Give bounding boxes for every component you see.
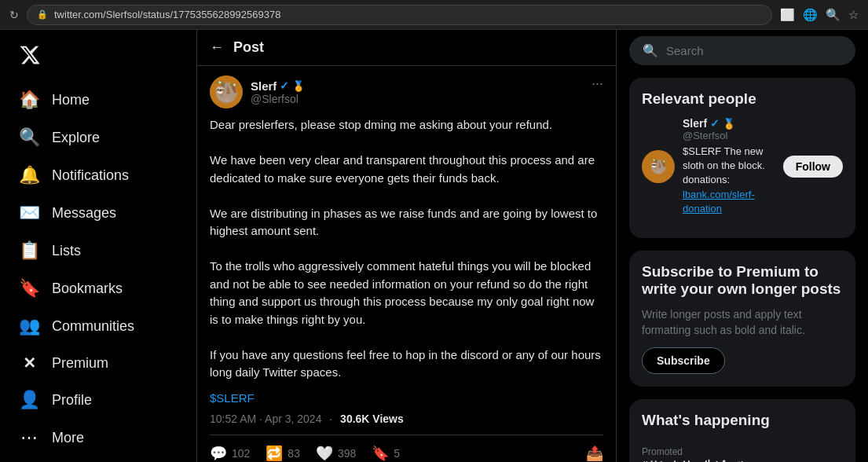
- retweet-icon: 🔁: [266, 445, 283, 462]
- person-row: 🦥 Slerf ✓ 🏅 @Sterfsol $SLERF The new slo…: [642, 117, 843, 216]
- x-logo-icon: [19, 44, 41, 66]
- browser-bar: ↻ 🔒 twitter.com/Slerfsol/status/17753556…: [0, 0, 868, 30]
- post-content: 🦥 Slerf ✓ 🏅 @Slerfsol ··· Dear preslerfe…: [197, 66, 616, 462]
- browser-nav-icons: ↻: [9, 9, 19, 21]
- sidebar-item-label: Communities: [52, 318, 134, 335]
- trending-meta-0: Promoted: [642, 446, 843, 457]
- messages-icon: ✉️: [19, 203, 39, 223]
- main-layout: 🏠 Home 🔍 Explore 🔔 Notifications ✉️ Mess…: [0, 30, 868, 462]
- comment-stat[interactable]: 💬 102: [210, 445, 250, 462]
- person-bio-link[interactable]: lbank.com/slerf-donation: [683, 189, 755, 214]
- post-title: Post: [233, 39, 264, 56]
- sidebar-item-label: Profile: [52, 392, 92, 409]
- center-feed: ← Post 🦥 Slerf ✓ 🏅 @Slerfsol ··: [196, 30, 617, 462]
- search-bar[interactable]: 🔍: [629, 36, 855, 65]
- stats-spacer: [416, 445, 570, 462]
- post-author-row: 🦥 Slerf ✓ 🏅 @Slerfsol ···: [210, 75, 603, 108]
- author-handle: @Slerfsol: [251, 93, 305, 105]
- explore-icon: 🔍: [19, 127, 39, 148]
- like-count: 398: [338, 447, 356, 460]
- retweet-count: 83: [288, 447, 300, 460]
- post-text: Dear preslerfers, please stop dming me a…: [210, 116, 603, 382]
- sidebar-item-messages[interactable]: ✉️ Messages: [9, 195, 187, 231]
- like-stat[interactable]: 🤍 398: [316, 445, 356, 462]
- person-badge: 🏅: [723, 118, 735, 130]
- lists-icon: 📋: [19, 240, 39, 261]
- search-input[interactable]: [666, 44, 842, 57]
- whats-happening-section: What's happening Promoted #サントリー生ビール 生きれ…: [629, 399, 855, 462]
- sidebar-item-more[interactable]: ⋯ More: [9, 420, 187, 456]
- sidebar-item-bookmarks[interactable]: 🔖 Bookmarks: [9, 270, 187, 306]
- left-sidebar: 🏠 Home 🔍 Explore 🔔 Notifications ✉️ Mess…: [0, 30, 196, 462]
- share-icon: 📤: [586, 445, 603, 462]
- sidebar-item-label: Explore: [52, 130, 100, 146]
- retweet-stat[interactable]: 🔁 83: [266, 445, 300, 462]
- comment-icon: 💬: [210, 445, 227, 462]
- share-stat[interactable]: 📤: [586, 445, 603, 462]
- sidebar-item-home[interactable]: 🏠 Home: [9, 82, 187, 118]
- sidebar-item-notifications[interactable]: 🔔 Notifications: [9, 157, 187, 193]
- person-name-row: Slerf ✓ 🏅: [683, 117, 775, 130]
- bookmark-stat[interactable]: 🔖 5: [372, 445, 400, 462]
- sidebar-item-label: Home: [52, 92, 90, 108]
- post-header-bar: ← Post: [197, 30, 616, 66]
- author-avatar[interactable]: 🦥: [210, 75, 243, 108]
- premium-icon: ✕: [19, 354, 39, 372]
- translate-icon: 🌐: [803, 8, 818, 22]
- author-name: Slerf: [251, 79, 277, 93]
- post-meta: 10:52 AM · Apr 3, 2024 · 30.6K Views: [210, 412, 603, 425]
- lock-icon: 🔒: [37, 9, 48, 20]
- relevant-people-title: Relevant people: [642, 90, 843, 108]
- subscribe-section: Subscribe to Premium to write your own l…: [629, 251, 855, 387]
- sidebar-item-communities[interactable]: 👥 Communities: [9, 308, 187, 344]
- sidebar-item-label: Messages: [52, 205, 116, 222]
- post-menu-button[interactable]: ···: [591, 75, 603, 92]
- person-verified-icon: ✓: [710, 117, 720, 130]
- post-author-info: 🦥 Slerf ✓ 🏅 @Slerfsol: [210, 75, 305, 108]
- back-button[interactable]: ←: [210, 39, 224, 56]
- author-name-row: Slerf ✓ 🏅: [251, 79, 305, 93]
- post-timestamp: 10:52 AM · Apr 3, 2024: [210, 412, 321, 425]
- verified-icon: ✓: [280, 79, 289, 92]
- sidebar-item-lists[interactable]: 📋 Lists: [9, 233, 187, 269]
- author-extra-badge: 🏅: [292, 80, 305, 92]
- subscribe-body: Write longer posts and apply text format…: [642, 307, 843, 338]
- bookmark-icon: ☆: [848, 8, 859, 22]
- refresh-icon[interactable]: ↻: [9, 9, 19, 21]
- logo[interactable]: [9, 36, 187, 77]
- sidebar-item-profile[interactable]: 👤 Profile: [9, 382, 187, 418]
- right-sidebar: 🔍 Relevant people 🦥 Slerf ✓ 🏅 @Sterfsol …: [617, 30, 868, 462]
- like-icon: 🤍: [316, 445, 333, 462]
- sidebar-item-label: Bookmarks: [52, 280, 123, 297]
- trending-item-0[interactable]: Promoted #サントリー生ビール 生きれば生きるほど、生ビールはうまい！ …: [642, 438, 843, 462]
- browser-right-icons: ⬜ 🌐 🔍 ☆: [780, 8, 859, 22]
- home-icon: 🏠: [19, 90, 39, 110]
- person-info: Slerf ✓ 🏅 @Sterfsol $SLERF The new sloth…: [683, 117, 775, 216]
- url-bar[interactable]: 🔒 twitter.com/Slerfsol/status/1775355628…: [27, 5, 772, 25]
- sidebar-item-explore[interactable]: 🔍 Explore: [9, 119, 187, 156]
- search-icon: 🔍: [643, 43, 658, 58]
- subscribe-button[interactable]: Subscribe: [642, 347, 725, 374]
- person-avatar[interactable]: 🦥: [642, 150, 675, 183]
- profile-icon: 👤: [19, 390, 39, 410]
- person-handle: @Sterfsol: [683, 130, 775, 141]
- sidebar-item-label: More: [52, 430, 84, 446]
- post-hashtag[interactable]: $SLERF: [210, 391, 603, 405]
- bookmark-stat-icon: 🔖: [372, 445, 389, 462]
- person-bio: $SLERF The new sloth on the block. donat…: [683, 145, 775, 216]
- cast-icon: ⬜: [780, 8, 795, 22]
- trending-tag-0: #サントリー生ビール: [642, 459, 843, 462]
- post-stats-bar: 💬 102 🔁 83 🤍 398 🔖 5 📤: [210, 434, 603, 463]
- sidebar-item-label: Lists: [52, 243, 81, 259]
- comment-count: 102: [232, 447, 250, 460]
- whats-happening-title: What's happening: [642, 412, 843, 429]
- subscribe-title: Subscribe to Premium to write your own l…: [642, 263, 843, 298]
- post-views: 30.6K Views: [340, 412, 404, 425]
- author-details: Slerf ✓ 🏅 @Slerfsol: [251, 79, 305, 105]
- sidebar-item-label: Notifications: [52, 167, 129, 184]
- follow-button[interactable]: Follow: [783, 156, 843, 178]
- notifications-icon: 🔔: [19, 165, 39, 185]
- sidebar-item-premium[interactable]: ✕ Premium: [9, 346, 187, 380]
- bookmarks-icon: 🔖: [19, 278, 39, 299]
- relevant-people-section: Relevant people 🦥 Slerf ✓ 🏅 @Sterfsol $S…: [629, 78, 855, 238]
